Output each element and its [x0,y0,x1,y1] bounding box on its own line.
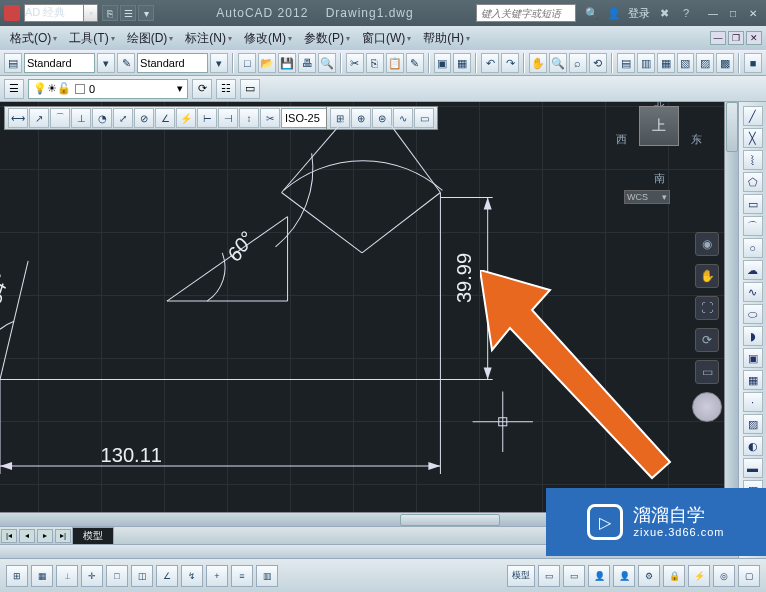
hatch-icon[interactable]: ▨ [743,414,763,434]
revision-cloud-icon[interactable]: ☁ [743,260,763,280]
minimize-button[interactable]: — [704,5,722,21]
text-style-combo[interactable]: Standard [24,53,95,73]
orbit-icon[interactable]: ⟳ [695,328,719,352]
zoom-prev-icon[interactable]: ⟲ [589,53,607,73]
toolbar-button[interactable]: ■ [744,53,762,73]
toolbar-button[interactable]: ✎ [117,53,135,73]
toolbar-button[interactable]: ▤ [4,53,22,73]
paste-icon[interactable]: 📋 [386,53,404,73]
polygon-icon[interactable]: ⬠ [743,172,763,192]
snap-mode-icon[interactable]: ⊞ [6,565,28,587]
quick-view-layouts-icon[interactable]: ▭ [538,565,560,587]
tab-nav-first[interactable]: |◂ [1,529,17,543]
tab-nav-last[interactable]: ▸| [55,529,71,543]
help-icon[interactable]: ? [678,5,694,21]
ellipse-arc-icon[interactable]: ◗ [743,326,763,346]
qat-button[interactable]: ⎘ [102,5,118,21]
app-icon[interactable] [4,5,20,21]
qat-button[interactable]: ☰ [120,5,136,21]
region-icon[interactable]: ▬ [743,458,763,478]
undo-icon[interactable]: ↶ [481,53,499,73]
menu-tools[interactable]: 工具(T) [63,28,120,49]
designcenter-icon[interactable]: ▥ [637,53,655,73]
toolbar-lock-icon[interactable]: 🔒 [663,565,685,587]
line-icon[interactable]: ╱ [743,106,763,126]
menu-modify[interactable]: 修改(M) [238,28,298,49]
scroll-thumb[interactable] [400,514,500,526]
object-snap-icon[interactable]: □ [106,565,128,587]
pan-icon[interactable]: ✋ [695,264,719,288]
doc-restore[interactable]: ❐ [728,31,744,45]
doc-close[interactable]: ✕ [746,31,762,45]
redo-icon[interactable]: ↷ [501,53,519,73]
ellipse-icon[interactable]: ⬭ [743,304,763,324]
make-block-icon[interactable]: ▦ [743,370,763,390]
preview-icon[interactable]: 🔍 [318,53,336,73]
view-cube[interactable]: 北 西 东 上 南 WCS▾ [614,104,704,204]
toolpalette-icon[interactable]: ▦ [657,53,675,73]
grid-display-icon[interactable]: ▦ [31,565,53,587]
workspace-dropdown-arrow[interactable]: ▾ [84,4,98,22]
menu-help[interactable]: 帮助(H) [417,28,476,49]
workspace-selector[interactable]: AD 经典 [24,4,84,22]
signin-icon[interactable]: 👤 [606,5,622,21]
dynamic-ucs-icon[interactable]: ↯ [181,565,203,587]
menu-draw[interactable]: 绘图(D) [121,28,180,49]
menu-window[interactable]: 窗口(W) [356,28,417,49]
doc-minimize[interactable]: — [710,31,726,45]
close-button[interactable]: ✕ [744,5,762,21]
gradient-icon[interactable]: ◐ [743,436,763,456]
zoom-extents-icon[interactable]: ⛶ [695,296,719,320]
vertical-scrollbar[interactable] [724,102,738,512]
insert-block-icon[interactable]: ▣ [743,348,763,368]
qat-dropdown[interactable]: ▾ [138,5,154,21]
circle-icon[interactable]: ○ [743,238,763,258]
transparency-icon[interactable]: ▥ [256,565,278,587]
viewcube-west[interactable]: 西 [616,132,627,147]
hardware-accel-icon[interactable]: ⚡ [688,565,710,587]
markup-icon[interactable]: ▨ [696,53,714,73]
properties-icon[interactable]: ▤ [617,53,635,73]
point-icon[interactable]: · [743,392,763,412]
signin-label[interactable]: 登录 [628,6,650,21]
exchange-icon[interactable]: ✖ [656,5,672,21]
3d-osnap-icon[interactable]: ◫ [131,565,153,587]
copy-icon[interactable]: ⎘ [366,53,384,73]
menu-dimension[interactable]: 标注(N) [179,28,238,49]
block-icon[interactable]: ▦ [453,53,471,73]
annotation-scale-icon[interactable]: 👤 [588,565,610,587]
cut-icon[interactable]: ✂ [346,53,364,73]
help-search-input[interactable] [476,4,576,22]
spline-icon[interactable]: ∿ [743,282,763,302]
object-snap-tracking-icon[interactable]: ∠ [156,565,178,587]
scroll-thumb[interactable] [726,102,738,152]
sheetset-icon[interactable]: ▧ [677,53,695,73]
layer-state-icon[interactable]: ⟳ [192,79,212,99]
polar-tracking-icon[interactable]: ✛ [81,565,103,587]
layer-prev-icon[interactable]: ☷ [216,79,236,99]
workspace-switch-icon[interactable]: ⚙ [638,565,660,587]
showmotion-icon[interactable]: ▭ [695,360,719,384]
viewcube-east[interactable]: 东 [691,132,702,147]
layer-manager-icon[interactable]: ☰ [4,79,24,99]
open-icon[interactable]: 📂 [258,53,276,73]
new-icon[interactable]: □ [238,53,256,73]
dynamic-input-icon[interactable]: + [206,565,228,587]
viewcube-top-face[interactable]: 上 [639,106,679,146]
tab-model[interactable]: 模型 [72,527,114,545]
maximize-button[interactable]: □ [724,5,742,21]
isolate-objects-icon[interactable]: ◎ [713,565,735,587]
quick-view-drawings-icon[interactable]: ▭ [563,565,585,587]
print-icon[interactable]: 🖶 [298,53,316,73]
zoom-window-icon[interactable]: ⌕ [569,53,587,73]
steering-wheel-icon[interactable]: ◉ [695,232,719,256]
rectangle-icon[interactable]: ▭ [743,194,763,214]
layer-match-icon[interactable]: ▭ [240,79,260,99]
match-icon[interactable]: ✎ [406,53,424,73]
menu-format[interactable]: 格式(O) [4,28,63,49]
zoom-icon[interactable]: 🔍 [549,53,567,73]
block-icon[interactable]: ▣ [434,53,452,73]
pan-icon[interactable]: ✋ [529,53,547,73]
save-icon[interactable]: 💾 [278,53,296,73]
calc-icon[interactable]: ▩ [716,53,734,73]
